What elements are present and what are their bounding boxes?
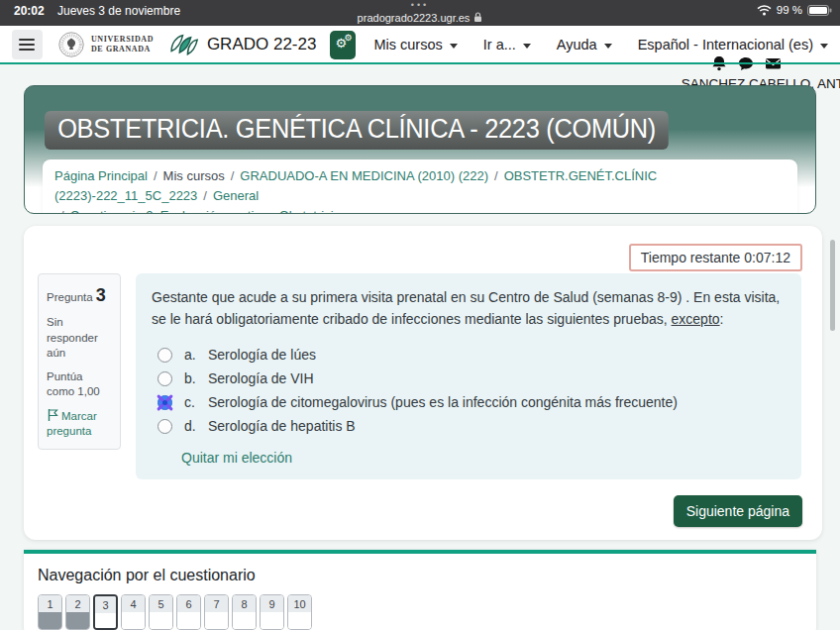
quiz-question-card: Tiempo restante 0:07:12 Pregunta3 Sin re… <box>24 226 822 540</box>
breadcrumb-quiz[interactable]: Cuestionario 2. Evaluación continua Obst… <box>70 208 341 214</box>
question-text: Gestante que acude a su primera visita p… <box>152 287 786 330</box>
question-grade: Puntúa como 1,00 <box>47 369 112 400</box>
breadcrumb-mis-cursos: Mis cursos <box>163 168 225 183</box>
radio-unchecked-icon[interactable] <box>158 419 172 434</box>
tab-dots-indicator: ••• <box>0 0 840 10</box>
radio-unchecked-icon[interactable] <box>158 348 172 363</box>
university-wordmark: UNIVERSIDAD DE GRANADA <box>91 35 154 55</box>
menu-mis-cursos[interactable]: Mis cursos <box>373 37 457 52</box>
quiznav-box-9[interactable]: 9 <box>260 594 284 630</box>
breadcrumb-home[interactable]: Página Principal <box>54 168 148 183</box>
battery-icon <box>807 5 832 16</box>
scrollbar-thumb[interactable] <box>830 240 835 331</box>
lock-icon <box>473 12 482 23</box>
battery-percent: 99 % <box>777 4 802 16</box>
answer-option-c[interactable]: c. Serología de citomegalovirus (pues es… <box>152 390 786 414</box>
time-remaining-badge: Tiempo restante 0:07:12 <box>629 244 802 271</box>
menu-language[interactable]: Español - Internacional (es) <box>638 37 828 52</box>
question-content-area: Gestante que acude a su primera visita p… <box>136 273 801 479</box>
screen: 20:02 Jueves 3 de noviembre ••• pradogra… <box>0 0 840 630</box>
admin-cogs-button[interactable]: ⚙⚙ <box>330 31 356 59</box>
answer-options: a. Serología de lúes b. Serología de VIH… <box>152 343 786 438</box>
answer-option-d[interactable]: d. Serología de hepatitis B <box>152 414 786 438</box>
chevron-down-icon <box>604 44 612 49</box>
clear-choice-link[interactable]: Quitar mi elección <box>181 450 292 466</box>
quiz-navigation-card: Navegación por el cuestionario 1 2 3 4 5… <box>24 550 816 630</box>
site-title[interactable]: GRADO 22-23 <box>207 35 317 54</box>
menu-ir-a[interactable]: Ir a... <box>483 37 531 52</box>
ugr-crest-logo <box>58 29 84 60</box>
question-info-panel: Pregunta3 Sin responder aún Puntúa como … <box>38 273 121 450</box>
quiznav-box-2[interactable]: 2 <box>65 594 90 630</box>
quiz-navigation-boxes: 1 2 3 4 5 6 7 8 9 10 <box>24 594 816 630</box>
breadcrumb-degree[interactable]: GRADUADO-A EN MEDICINA (2010) (222) <box>240 168 488 183</box>
nav-menu: Mis cursos Ir a... Ayuda Español - Inter… <box>373 37 828 52</box>
next-page-button[interactable]: Siguiente página <box>674 495 802 527</box>
breadcrumb-section[interactable]: General <box>213 188 259 203</box>
question-number: 3 <box>96 285 106 305</box>
quiznav-box-6[interactable]: 6 <box>176 594 201 630</box>
navbar-accent-rule <box>0 62 840 64</box>
quiznav-box-7[interactable]: 7 <box>204 594 229 630</box>
breadcrumb: Página Principal/Mis cursos/GRADUADO-A E… <box>43 159 797 214</box>
chevron-down-icon <box>450 44 458 49</box>
course-header-banner: OBSTETRICIA. GENÉTICA CLÍNICA - 2223 (CO… <box>24 85 816 214</box>
status-indicators: 99 % <box>757 4 832 16</box>
course-title: OBSTETRICIA. GENÉTICA CLÍNICA - 2223 (CO… <box>45 111 669 150</box>
chevron-down-icon <box>523 44 531 49</box>
quiznav-box-5[interactable]: 5 <box>149 594 173 630</box>
radio-checked-icon[interactable] <box>158 395 172 410</box>
address-bar[interactable]: pradogrado2223.ugr.es <box>0 12 840 24</box>
radio-unchecked-icon[interactable] <box>158 371 172 386</box>
quiznav-box-3[interactable]: 3 <box>93 594 118 630</box>
wifi-icon <box>757 5 772 16</box>
flag-icon <box>47 408 59 422</box>
menu-toggle-button[interactable] <box>12 30 43 59</box>
flag-question-link[interactable]: Marcar pregunta <box>47 408 112 440</box>
quiznav-box-10[interactable]: 10 <box>287 594 312 630</box>
url-text: pradogrado2223.ugr.es <box>358 12 471 24</box>
navbar: UNIVERSIDAD DE GRANADA GRADO 22-23 ⚙⚙ Mi… <box>0 26 840 63</box>
answer-option-b[interactable]: b. Serología de VIH <box>152 367 786 390</box>
menu-ayuda[interactable]: Ayuda <box>557 37 612 52</box>
quiznav-box-1[interactable]: 1 <box>38 594 62 630</box>
quiznav-box-4[interactable]: 4 <box>121 594 146 630</box>
status-bar: 20:02 Jueves 3 de noviembre ••• pradogra… <box>0 0 840 26</box>
question-number-row: Pregunta3 <box>47 283 112 307</box>
quiz-navigation-title: Navegación por el cuestionario <box>24 554 816 594</box>
quiznav-box-8[interactable]: 8 <box>232 594 257 630</box>
gear-small-icon: ⚙ <box>344 34 352 43</box>
chevron-down-icon <box>820 44 828 49</box>
question-status: Sin responder aún <box>47 315 112 362</box>
answer-option-a[interactable]: a. Serología de lúes <box>152 343 786 367</box>
prado-leaves-logo <box>163 30 199 59</box>
